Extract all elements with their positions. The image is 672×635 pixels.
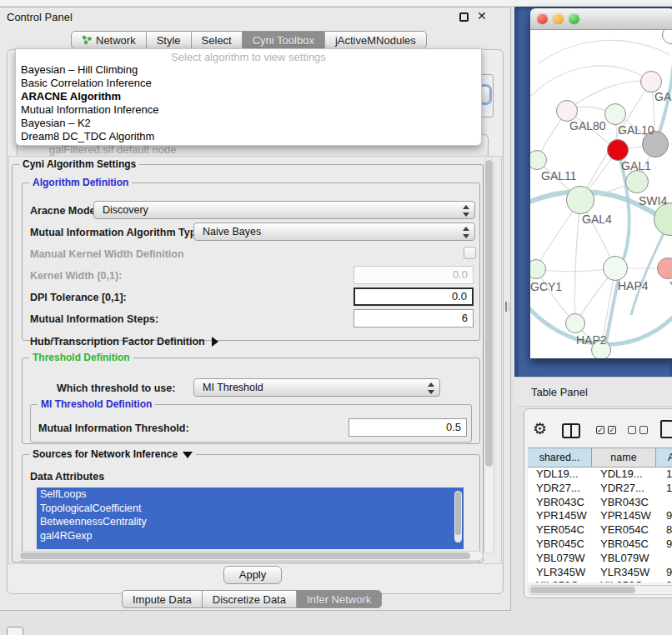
network-node-label: HAP4: [618, 279, 649, 292]
gear-icon[interactable]: ⚙: [533, 419, 547, 438]
which-threshold-label: Which threshold to use:: [57, 382, 175, 394]
data-attributes-label: Data Attributes: [30, 471, 104, 482]
network-node[interactable]: [604, 103, 626, 125]
settings-horizontal-scrollbar[interactable]: [17, 551, 484, 561]
attribute-item-selected[interactable]: SelfLoops: [37, 488, 464, 502]
attribute-item-selected[interactable]: gal4RGexp: [37, 529, 464, 543]
network-node[interactable]: [566, 186, 594, 214]
control-panel-tabs: Network Style Select Cyni Toolbox jActiv…: [71, 31, 427, 49]
network-node-label: GAL80: [569, 119, 606, 132]
table-row[interactable]: YIL052CYIL052C9: [528, 579, 672, 582]
dpi-tolerance-input[interactable]: 0.0: [354, 288, 474, 306]
kernel-width-input[interactable]: 0.0: [354, 266, 474, 284]
tab-style[interactable]: Style: [147, 32, 192, 48]
deselect-all-checkboxes-icon[interactable]: [628, 426, 648, 434]
scrollbar-thumb[interactable]: [485, 160, 493, 467]
tab-select[interactable]: Select: [192, 32, 243, 48]
group-title: Cyni Algorithm Settings: [19, 158, 139, 170]
spinner-arrows-icon: [463, 227, 469, 238]
table-row[interactable]: YDL19...YDL19...13: [528, 468, 672, 482]
table-panel-title: Table Panel: [531, 386, 588, 398]
attributes-vertical-scrollbar[interactable]: [454, 491, 462, 542]
network-node-label: GAL: [654, 90, 672, 103]
network-node-label: GAL4: [582, 212, 612, 226]
mi-algorithm-type-combo[interactable]: Naive Bayes: [193, 222, 475, 241]
minimize-window-icon[interactable]: [553, 13, 564, 24]
float-window-icon[interactable]: [459, 12, 469, 22]
dropdown-item[interactable]: Mutual Information Inference: [16, 103, 481, 117]
algorithm-dropdown-list: Select algorithm to view settings Bayesi…: [15, 48, 482, 146]
minimized-panel-icon[interactable]: [7, 627, 23, 635]
manual-kernel-width-checkbox[interactable]: [464, 247, 476, 259]
tab-jactivemnodules[interactable]: jActiveMNodules: [325, 32, 426, 48]
columns-icon[interactable]: [562, 423, 580, 438]
group-title: Algorithm Definition: [29, 177, 132, 188]
dropdown-item[interactable]: Bayesian – Hill Climbing: [16, 63, 481, 77]
column-header-shared-name[interactable]: shared...: [528, 448, 592, 467]
panel-divider-handle[interactable]: [505, 302, 509, 312]
tab-impute-data[interactable]: Impute Data: [123, 591, 203, 608]
select-all-checkboxes-icon[interactable]: ✓✓: [596, 426, 616, 434]
dropdown-item[interactable]: Bayesian – K2: [16, 117, 481, 130]
which-threshold-combo[interactable]: MI Threshold: [193, 378, 440, 397]
kernel-width-label: Kernel Width (0,1):: [30, 270, 122, 282]
table-body: YDL19...YDL19...13 YDR27...YDR27...12 YB…: [528, 468, 672, 582]
apply-button[interactable]: Apply: [223, 566, 282, 584]
network-node-label: GAL10: [618, 123, 654, 137]
aracne-mode-combo[interactable]: Discovery: [93, 201, 475, 219]
tab-network[interactable]: Network: [72, 32, 147, 48]
mi-threshold-label: Mutual Information Threshold:: [38, 422, 189, 434]
scrollbar-thumb[interactable]: [455, 492, 461, 535]
network-canvas[interactable]: GALGAL80GAL10GAL1GAL11SWI4GAL4GCY1HAP4YH…: [530, 30, 672, 358]
network-node[interactable]: [607, 139, 629, 161]
tab-infer-network[interactable]: Infer Network: [297, 591, 381, 608]
scrollbar-thumb[interactable]: [530, 587, 635, 593]
network-view-window: GALGAL80GAL10GAL1GAL11SWI4GAL4GCY1HAP4YH…: [530, 8, 672, 358]
settings-vertical-scrollbar[interactable]: [484, 158, 494, 554]
dropdown-item-selected[interactable]: ARACNE Algorithm: [16, 90, 481, 103]
table-row[interactable]: YBR043CYBR043C: [528, 496, 672, 510]
network-node-label: GAL11: [541, 169, 577, 182]
table-horizontal-scrollbar[interactable]: [528, 585, 672, 595]
document-icon[interactable]: [660, 420, 672, 438]
mi-threshold-input[interactable]: 0.5: [349, 418, 467, 437]
network-window-titlebar[interactable]: [530, 8, 672, 30]
table-panel: ⚙ ✓✓ shared... name A YDL19...YDL19...13…: [524, 408, 672, 598]
manual-kernel-width-label: Manual Kernel Width Definition: [30, 248, 184, 260]
aracne-mode-label: Aracne Mode:: [30, 205, 99, 217]
table-row[interactable]: YLR345WYLR345W9.: [528, 566, 672, 580]
network-icon: [82, 35, 93, 45]
network-node[interactable]: [603, 256, 628, 281]
dropdown-item[interactable]: Basic Correlation Inference: [16, 77, 481, 90]
spinner-arrows-icon: [463, 205, 469, 217]
close-panel-icon[interactable]: ✕: [477, 9, 487, 22]
column-header-name[interactable]: name: [592, 448, 656, 467]
tab-cyni-toolbox[interactable]: Cyni Toolbox: [243, 32, 325, 48]
table-row[interactable]: YPR145WYPR145W9.: [528, 509, 672, 523]
attribute-item-selected[interactable]: TopologicalCoefficient: [37, 502, 464, 516]
network-node[interactable]: [565, 313, 585, 333]
network-node[interactable]: [625, 170, 649, 193]
attribute-item-selected[interactable]: BetweennessCentrality: [37, 515, 464, 529]
table-row[interactable]: YBR045CYBR045C9.: [528, 538, 672, 552]
dpi-tolerance-label: DPI Tolerance [0,1]:: [30, 292, 127, 303]
dropdown-item[interactable]: Dream8 DC_TDC Algorithm: [16, 130, 481, 143]
mi-steps-input[interactable]: 6: [354, 309, 474, 328]
zoom-window-icon[interactable]: [569, 13, 579, 24]
app-top-strip: [0, 0, 672, 7]
group-title: Sources for Network Inference: [29, 448, 196, 460]
hub-definition-toggle[interactable]: Hub/Transcription Factor Definition: [30, 336, 218, 348]
spinner-arrows-icon: [428, 382, 434, 394]
close-window-icon[interactable]: [537, 13, 548, 24]
table-row[interactable]: YDR27...YDR27...12: [528, 482, 672, 496]
scrollbar-thumb[interactable]: [20, 552, 470, 559]
tab-network-label: Network: [96, 34, 136, 47]
tab-discretize-data[interactable]: Discretize Data: [203, 591, 297, 608]
control-panel-title: Control Panel: [7, 11, 73, 23]
column-header-clipped[interactable]: A: [656, 448, 672, 467]
network-node-label: HAP2: [576, 333, 607, 347]
table-row[interactable]: YBL079WYBL079W: [528, 552, 672, 566]
expand-arrow-icon: [212, 337, 218, 347]
table-row[interactable]: YER054CYER054C8.: [528, 523, 672, 538]
control-panel-window: Control Panel ✕ Network Style Select Cyn…: [0, 7, 511, 611]
